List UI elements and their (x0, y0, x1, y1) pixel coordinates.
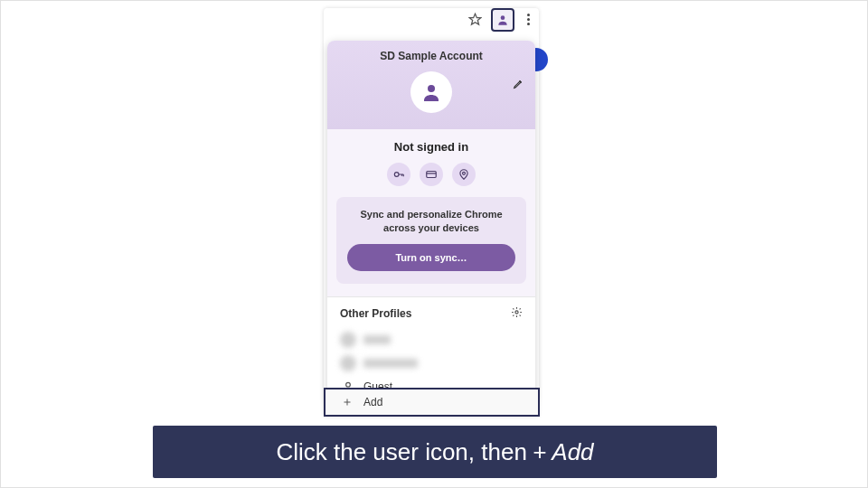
toolbar (324, 8, 539, 30)
more-menu-button[interactable] (524, 12, 533, 27)
profile-button[interactable] (491, 8, 514, 32)
caption-action: + Add (533, 438, 594, 466)
account-name: SD Sample Account (335, 50, 528, 62)
edit-profile-button[interactable] (513, 77, 524, 93)
other-profiles-title: Other Profiles (340, 307, 411, 320)
passwords-chip[interactable] (387, 163, 410, 186)
manage-profiles-button[interactable] (511, 306, 523, 321)
caption-prefix: Click the user icon, then (276, 438, 526, 466)
addresses-chip[interactable] (452, 163, 476, 186)
svg-point-1 (501, 15, 505, 20)
profile-popup: SD Sample Account Not signed in (327, 41, 535, 404)
instruction-caption: Click the user icon, then + Add (153, 426, 717, 478)
svg-point-7 (346, 382, 351, 387)
shortcut-chips (336, 163, 526, 186)
add-label: Add (363, 396, 382, 408)
profile-row-redacted[interactable] (340, 352, 523, 375)
signin-status: Not signed in (336, 140, 526, 154)
popup-header: SD Sample Account (327, 41, 535, 129)
popup-body: Not signed in Sync and personalize Chrom… (327, 129, 535, 296)
svg-marker-0 (469, 14, 481, 24)
sync-promo: Sync and personalize Chrome across your … (336, 197, 526, 284)
sync-promo-text: Sync and personalize Chrome across your … (347, 208, 515, 235)
svg-point-2 (428, 85, 435, 92)
avatar (410, 71, 452, 113)
svg-point-3 (394, 173, 399, 177)
add-profile-row[interactable]: Add (324, 388, 540, 417)
svg-point-6 (515, 311, 518, 314)
bookmark-star-icon[interactable] (468, 13, 482, 26)
browser-window-fragment: SD Sample Account Not signed in (324, 8, 539, 417)
profile-row-redacted[interactable] (340, 328, 523, 352)
payments-chip[interactable] (420, 163, 443, 186)
turn-on-sync-button[interactable]: Turn on sync… (347, 244, 515, 271)
svg-rect-4 (427, 172, 437, 178)
svg-point-5 (463, 172, 466, 174)
